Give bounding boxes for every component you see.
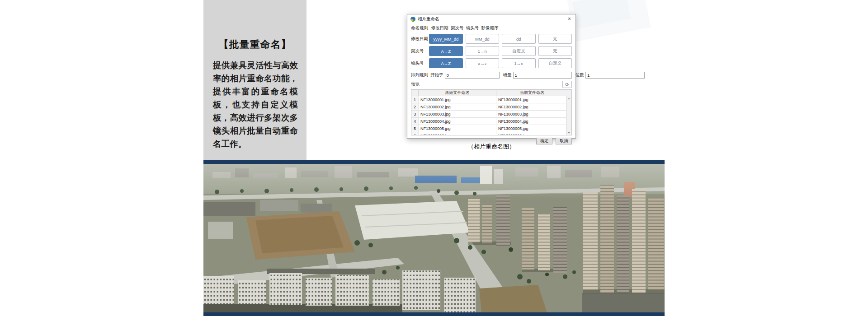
preview-row: 预览 ⟳ bbox=[411, 81, 572, 88]
hero-section bbox=[203, 160, 665, 316]
arrange-field-input-0[interactable] bbox=[445, 72, 500, 79]
option-button-1-1[interactable]: 1→n bbox=[466, 46, 500, 56]
option-button-0-1[interactable]: MM_dd bbox=[466, 34, 500, 44]
ghost-watermark bbox=[567, 0, 651, 42]
table-cell: NF13000002.jpg bbox=[496, 103, 566, 110]
aerial-city-photo bbox=[203, 164, 665, 312]
dialog-titlebar[interactable]: 相片重命名 × bbox=[407, 14, 576, 23]
option-row-label: 修改日期 bbox=[411, 36, 429, 42]
option-row-0: 修改日期yyyy_MM_ddMM_dddd无 bbox=[411, 34, 572, 44]
arrange-field-input-2[interactable] bbox=[585, 72, 645, 79]
table-cell: NF13000004.jpg bbox=[496, 118, 566, 125]
table-row[interactable]: 4NF13000004.jpgNF13000004.jpg bbox=[411, 118, 566, 125]
naming-rule-line: 命名规则 修改日期_架次号_镜头号_影像顺序 bbox=[411, 25, 572, 31]
figure-caption: （相片重命名图） bbox=[407, 143, 576, 151]
option-row-label: 镜头号 bbox=[411, 60, 429, 66]
arrange-field-label: 位数 bbox=[576, 72, 584, 78]
table-cell: NF13000003.jpg bbox=[419, 111, 496, 117]
option-row-2: 镜头号A→Za→z1→n自定义 bbox=[411, 58, 572, 68]
preview-table-header: 原始文件命名 当前文件命名 bbox=[411, 90, 571, 96]
arrange-rule-label: 排列规则 bbox=[411, 72, 428, 78]
preview-label: 预览 bbox=[411, 82, 420, 88]
table-cell: NF13000006.jpg bbox=[496, 132, 566, 135]
arrange-field-1: 增量 bbox=[503, 72, 572, 79]
hero-top-bar bbox=[203, 160, 665, 164]
table-row[interactable]: 6NF13000006.jpgNF13000006.jpg bbox=[411, 132, 566, 135]
option-button-0-0[interactable]: yyyy_MM_dd bbox=[429, 34, 463, 44]
scroll-down-icon[interactable]: ▼ bbox=[568, 130, 571, 135]
arrange-rule-row: 排列规则 开始于增量位数 bbox=[411, 72, 572, 79]
feature-title: 【批量重命名】 bbox=[203, 38, 307, 51]
photo-rename-dialog: 相片重命名 × 命名规则 修改日期_架次号_镜头号_影像顺序 修改日期yyyy_… bbox=[407, 14, 576, 139]
table-cell: NF13000004.jpg bbox=[419, 118, 496, 125]
header-row-number bbox=[411, 90, 419, 96]
option-button-2-3[interactable]: 自定义 bbox=[538, 58, 572, 68]
table-cell: 1 bbox=[411, 96, 419, 103]
dialog-body: 命名规则 修改日期_架次号_镜头号_影像顺序 修改日期yyyy_MM_ddMM_… bbox=[407, 23, 576, 147]
arrange-field-label: 增量 bbox=[503, 72, 512, 78]
dialog-title: 相片重命名 bbox=[418, 16, 566, 22]
feature-panel: 【批量重命名】 提供兼具灵活性与高效率的相片重命名功能，提供丰富的重命名模板，也… bbox=[203, 0, 307, 161]
table-cell: 5 bbox=[411, 125, 419, 132]
option-button-0-3[interactable]: 无 bbox=[538, 34, 572, 44]
table-cell: NF13000005.jpg bbox=[496, 125, 566, 132]
naming-rule-label: 命名规则 bbox=[411, 25, 428, 30]
refresh-icon: ⟳ bbox=[565, 82, 569, 88]
arrange-fields: 开始于增量位数 bbox=[430, 72, 645, 79]
table-cell: NF13000001.jpg bbox=[496, 96, 566, 103]
feature-description: 提供兼具灵活性与高效率的相片重命名功能，提供丰富的重命名模板，也支持自定义模板，… bbox=[213, 59, 298, 150]
table-cell: 4 bbox=[411, 118, 419, 125]
table-cell: 6 bbox=[411, 132, 419, 135]
app-globe-icon bbox=[410, 17, 415, 22]
preview-table: 原始文件命名 当前文件命名 1NF13000001.jpgNF13000001.… bbox=[411, 89, 572, 135]
option-buttons: A→Za→z1→n自定义 bbox=[429, 58, 572, 68]
table-row[interactable]: 2NF13000002.jpgNF13000002.jpg bbox=[411, 103, 566, 111]
option-row-1: 架次号A→Z1→n自定义无 bbox=[411, 46, 572, 56]
option-button-1-2[interactable]: 自定义 bbox=[502, 46, 536, 56]
table-cell: NF13000006.jpg bbox=[419, 132, 496, 135]
close-icon[interactable]: × bbox=[566, 16, 572, 22]
arrange-field-2: 位数 bbox=[576, 72, 645, 79]
option-button-1-0[interactable]: A→Z bbox=[429, 46, 463, 56]
preview-table-body: 1NF13000001.jpgNF13000001.jpg2NF13000002… bbox=[411, 96, 566, 135]
header-current-filename: 当前文件命名 bbox=[496, 90, 568, 96]
option-button-2-2[interactable]: 1→n bbox=[502, 58, 536, 68]
header-original-filename: 原始文件命名 bbox=[419, 90, 496, 96]
table-row[interactable]: 5NF13000005.jpgNF13000005.jpg bbox=[411, 125, 566, 132]
table-cell: NF13000005.jpg bbox=[419, 125, 496, 132]
table-row[interactable]: 1NF13000001.jpgNF13000001.jpg bbox=[411, 96, 566, 103]
table-cell: 3 bbox=[411, 111, 419, 117]
naming-rule-value: 修改日期_架次号_镜头号_影像顺序 bbox=[431, 25, 499, 30]
table-cell: NF13000003.jpg bbox=[496, 111, 566, 117]
table-row[interactable]: 3NF13000003.jpgNF13000003.jpg bbox=[411, 111, 566, 118]
option-button-2-0[interactable]: A→Z bbox=[429, 58, 463, 68]
dialog-option-rows: 修改日期yyyy_MM_ddMM_dddd无架次号A→Z1→n自定义无镜头号A→… bbox=[411, 34, 572, 70]
option-button-2-1[interactable]: a→z bbox=[466, 58, 500, 68]
option-button-0-2[interactable]: dd bbox=[502, 34, 536, 44]
refresh-button[interactable]: ⟳ bbox=[562, 81, 572, 88]
page: 【批量重命名】 提供兼具灵活性与高效率的相片重命名功能，提供丰富的重命名模板，也… bbox=[0, 0, 868, 316]
table-cell: 2 bbox=[411, 103, 419, 110]
option-buttons: A→Z1→n自定义无 bbox=[429, 46, 572, 56]
table-scrollbar[interactable]: ▲ ▼ bbox=[566, 96, 571, 135]
option-buttons: yyyy_MM_ddMM_dddd无 bbox=[429, 34, 572, 44]
arrange-field-input-1[interactable] bbox=[513, 72, 572, 79]
arrange-field-0: 开始于 bbox=[430, 72, 500, 79]
option-row-label: 架次号 bbox=[411, 48, 429, 54]
scroll-up-icon[interactable]: ▲ bbox=[568, 96, 571, 101]
table-cell: NF13000001.jpg bbox=[419, 96, 496, 103]
hero-bottom-bar bbox=[203, 312, 665, 316]
arrange-field-label: 开始于 bbox=[430, 72, 443, 78]
option-button-1-3[interactable]: 无 bbox=[538, 46, 572, 56]
ghost-watermark-inner bbox=[572, 0, 631, 29]
table-cell: NF13000002.jpg bbox=[419, 103, 496, 110]
